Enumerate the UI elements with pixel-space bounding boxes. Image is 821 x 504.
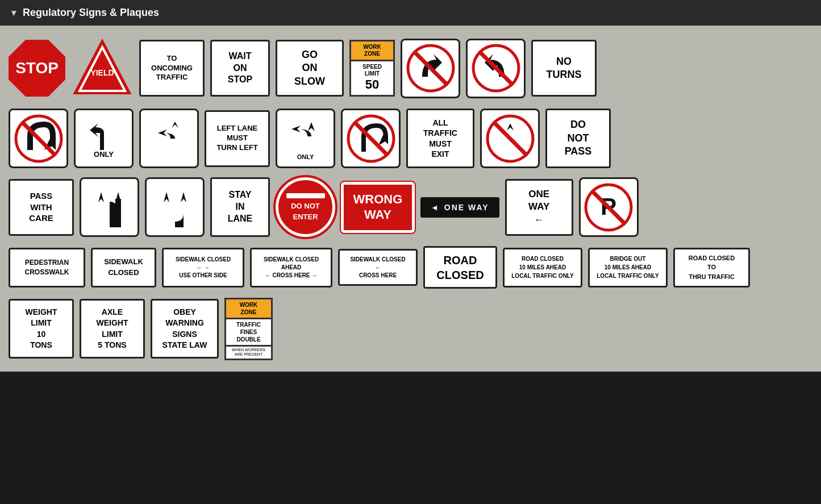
wrong-way-sign: WRONGWAY <box>341 182 415 233</box>
pass-with-care-sign: PASSWITHCARE <box>9 179 74 236</box>
left-straight-only-sign: ONLY <box>276 109 335 168</box>
no-turns-sign: NOTURNS <box>531 40 597 97</box>
do-not-pass-sign: DONOTPASS <box>545 109 611 168</box>
svg-text:YIELD: YIELD <box>90 68 114 77</box>
bridge-out-sign: BRIDGE OUT10 MILES AHEADLOCAL TRAFFIC ON… <box>588 248 668 288</box>
stay-in-lane-sign: STAYINLANE <box>210 177 270 237</box>
no-u-turn-sign <box>9 109 68 168</box>
go-on-slow-sign: GOONSLOW <box>276 40 344 97</box>
obey-warning-sign: OBEYWARNINGSIGNSSTATE LAW <box>151 299 219 359</box>
row-5: WEIGHTLIMIT10TONS AXLEWEIGHTLIMIT5 TONS … <box>9 298 812 360</box>
stop-sign: STOP <box>9 40 65 97</box>
left-straight-sign <box>139 109 199 168</box>
yield-sign: YIELD <box>71 37 134 99</box>
sidewalk-cross-sign: SIDEWALK CLOSED←CROSS HERE <box>338 249 418 286</box>
sidewalk-ahead-cross-sign: SIDEWALK CLOSEDAHEAD← CROSS HERE → <box>250 248 332 288</box>
road-closed-miles-sign: ROAD CLOSED10 MILES AHEADLOCAL TRAFFIC O… <box>503 248 582 288</box>
pedestrian-crosswalk-sign: PEDESTRIANCROSSWALK <box>9 248 85 288</box>
axle-weight-sign: AXLEWEIGHTLIMIT5 TONS <box>80 299 145 359</box>
row-2: ONLY LEFT LANEMUSTTURN LEFT ONLY <box>9 109 812 168</box>
no-right-turn-sign <box>401 39 460 98</box>
sidewalk-closed-sign: SIDEWALKCLOSED <box>91 248 156 288</box>
road-closed-thru-sign: ROAD CLOSEDTOTHRU TRAFFIC <box>673 248 750 288</box>
row-1: STOP YIELD TOONCOMINGTRAFFIC WAITONSTOP … <box>9 37 812 99</box>
work-zone-fines-sign: WORKZONE TRAFFICFINESDOUBLE WHEN WORKERS… <box>224 298 273 360</box>
all-traffic-exit-sign: ALLTRAFFICMUSTEXIT <box>406 109 474 168</box>
app-container: ▾ Regulatory Signs & Plaques STOP YIELD … <box>0 0 821 372</box>
sidewalk-use-other-sign: SIDEWALK CLOSED← →USE OTHER SIDE <box>162 248 244 288</box>
keep-right1-sign <box>80 177 139 237</box>
keep-right2-sign <box>145 177 205 237</box>
one-way-black-sign: ◄ ONE WAY <box>420 197 499 218</box>
one-way-white-sign: ONEWAY← <box>505 179 573 236</box>
left-lane-turn-sign: LEFT LANEMUSTTURN LEFT <box>205 110 270 167</box>
header: ▾ Regulatory Signs & Plaques <box>0 0 821 26</box>
row-4: PEDESTRIANCROSSWALK SIDEWALKCLOSED SIDEW… <box>9 246 812 289</box>
no-left-turn-sign <box>466 39 526 98</box>
no-u-turn2-sign <box>341 109 401 168</box>
do-not-enter-sign: DO NOT ENTER <box>276 177 335 237</box>
no-straight-sign <box>480 109 540 168</box>
to-oncoming-sign: TOONCOMINGTRAFFIC <box>139 40 205 97</box>
chevron-icon[interactable]: ▾ <box>11 7 16 18</box>
road-closed-sign: ROADCLOSED <box>423 246 497 289</box>
wait-on-stop-sign: WAITONSTOP <box>210 40 270 97</box>
work-zone-speed-sign: WORKZONE SPEEDLIMIT50 <box>349 40 395 96</box>
weight-limit-sign: WEIGHTLIMIT10TONS <box>9 299 74 359</box>
header-title: Regulatory Signs & Plaques <box>23 7 159 19</box>
row-3: PASSWITHCARE STAYI <box>9 177 812 237</box>
no-parking-sign: P <box>579 177 639 237</box>
left-only-sign: ONLY <box>74 109 134 168</box>
signs-content: STOP YIELD TOONCOMINGTRAFFIC WAITONSTOP … <box>0 26 821 372</box>
